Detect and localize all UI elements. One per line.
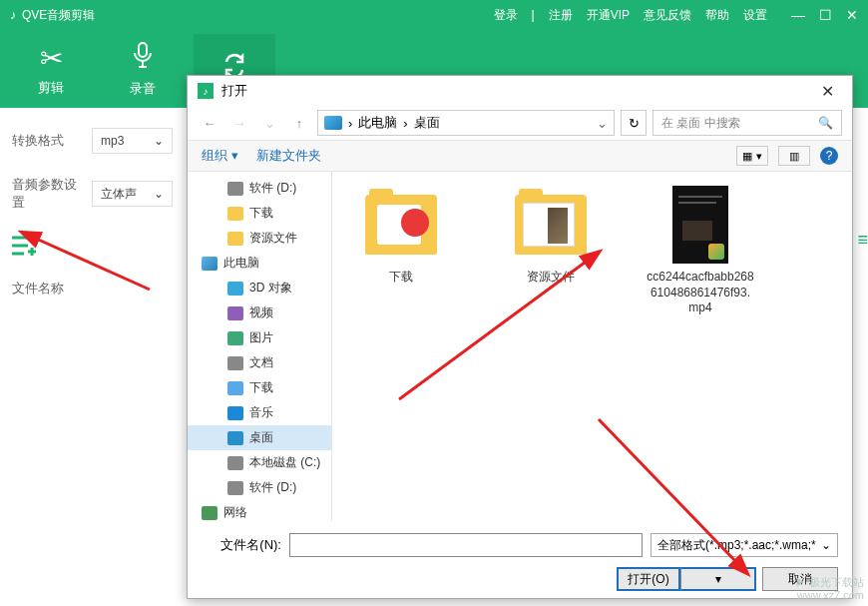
tree-item[interactable]: 软件 (D:)	[188, 176, 331, 201]
network-icon	[202, 506, 217, 520]
file-type-filter[interactable]: 全部格式(*.mp3;*.aac;*.wma;* ⌄	[651, 533, 838, 557]
down-icon	[227, 381, 243, 395]
tree-item[interactable]: 桌面	[188, 425, 331, 450]
tree-item-label: 软件 (D:)	[249, 479, 296, 496]
tree-item[interactable]: 文档	[188, 350, 331, 375]
separator: |	[532, 8, 535, 22]
tree-item[interactable]: 此电脑	[188, 251, 331, 276]
open-dropdown[interactable]: ▾	[680, 567, 756, 591]
tree-item[interactable]: 音乐	[188, 400, 331, 425]
recent-dropdown[interactable]: ⌄	[257, 111, 281, 135]
up-button[interactable]: ↑	[287, 111, 311, 135]
pc-icon	[324, 116, 342, 130]
search-icon: 🔍	[818, 116, 833, 130]
breadcrumb-item[interactable]: 桌面	[414, 114, 440, 132]
breadcrumb-item[interactable]: 此电脑	[358, 114, 397, 132]
maximize-icon[interactable]: ☐	[819, 7, 832, 23]
tree-item-label: 此电脑	[223, 255, 259, 272]
tree-item-label: 音乐	[249, 404, 273, 421]
app-title: QVE音频剪辑	[22, 7, 95, 24]
tree-item-label: 资源文件	[249, 230, 297, 247]
preview-button[interactable]: ▥	[778, 146, 810, 166]
refresh-button[interactable]: ↻	[621, 110, 647, 136]
settings-link[interactable]: 设置	[743, 7, 767, 24]
login-link[interactable]: 登录	[494, 7, 518, 24]
music-icon	[227, 406, 243, 420]
image-icon	[227, 331, 243, 345]
folder-icon	[227, 232, 243, 246]
file-list[interactable]: 下载 资源文件 cc6244cacfbabb268610486861476f93…	[332, 172, 852, 521]
tree-item-label: 下载	[249, 205, 273, 222]
folder-tree[interactable]: 软件 (D:)下载资源文件此电脑3D 对象视频图片文档下载音乐桌面本地磁盘 (C…	[188, 172, 332, 521]
minimize-icon[interactable]: —	[791, 7, 805, 23]
tree-item-label: 下载	[249, 379, 273, 396]
dialog-close-button[interactable]: ✕	[813, 82, 842, 101]
dialog-toolbar: 组织 ▾ 新建文件夹 ▦ ▾ ▥ ?	[188, 140, 852, 172]
tree-item-label: 桌面	[249, 429, 273, 446]
format-select[interactable]: mp3 ⌄	[92, 128, 173, 154]
video-file-item[interactable]: cc6244cacfbabb268610486861476f93.mp4	[646, 186, 755, 316]
cut-tool[interactable]: ✂ 剪辑	[10, 34, 92, 104]
tree-item[interactable]: 视频	[188, 301, 331, 325]
forward-button[interactable]: →	[227, 111, 251, 135]
breadcrumb[interactable]: › 此电脑 › 桌面 ⌄	[317, 110, 615, 136]
open-button[interactable]: 打开(O) ▾	[617, 567, 756, 591]
tree-item[interactable]: 下载	[188, 201, 331, 226]
tree-item[interactable]: 3D 对象	[188, 276, 331, 301]
chevron-down-icon: ⌄	[154, 134, 164, 148]
tree-item[interactable]: 软件 (D:)	[188, 475, 331, 500]
dialog-nav: ← → ⌄ ↑ › 此电脑 › 桌面 ⌄ ↻ 在 桌面 中搜索 🔍	[188, 106, 852, 140]
vip-link[interactable]: 开通VIP	[587, 7, 630, 24]
chevron-down-icon[interactable]: ⌄	[597, 116, 608, 131]
app-window: ♪ QVE音频剪辑 登录 | 注册 开通VIP 意见反馈 帮助 设置 — ☐ ✕…	[0, 0, 868, 606]
tree-item[interactable]: 本地磁盘 (C:)	[188, 450, 331, 475]
app-logo-icon: ♪	[10, 8, 16, 22]
organize-menu[interactable]: 组织 ▾	[202, 147, 238, 165]
tree-item[interactable]: 图片	[188, 325, 331, 350]
3d-icon	[227, 282, 243, 296]
tree-item-label: 视频	[249, 304, 273, 321]
folder-item[interactable]: 下载	[346, 186, 456, 286]
back-button[interactable]: ←	[198, 111, 221, 135]
filename-label: 文件名称	[12, 280, 173, 298]
drive-icon	[227, 182, 243, 196]
search-input[interactable]: 在 桌面 中搜索 🔍	[652, 110, 842, 136]
app-sidebar: 转换格式 mp3 ⌄ 音频参数设置 立体声 ⌄ 文件名称	[0, 108, 185, 606]
help-link[interactable]: 帮助	[705, 7, 729, 24]
video-icon	[227, 306, 243, 320]
pc-icon	[202, 257, 217, 271]
filename-input[interactable]	[289, 533, 643, 557]
new-folder-button[interactable]: 新建文件夹	[256, 147, 321, 165]
folder-item[interactable]: 资源文件	[496, 186, 606, 286]
dialog-title: 打开	[221, 82, 247, 100]
record-tool[interactable]: 录音	[102, 34, 184, 104]
dialog-bottom: 文件名(N): 全部格式(*.mp3;*.aac;*.wma;* ⌄ 打开(O)…	[188, 521, 852, 603]
params-select[interactable]: 立体声 ⌄	[92, 181, 173, 207]
params-label: 音频参数设置	[12, 176, 82, 212]
microphone-icon	[131, 41, 155, 76]
filename-field-label: 文件名(N):	[202, 536, 281, 554]
chevron-down-icon: ⌄	[154, 187, 164, 201]
tree-item-label: 文档	[249, 354, 273, 371]
view-mode-button[interactable]: ▦ ▾	[736, 146, 768, 166]
chevron-down-icon: ⌄	[821, 538, 831, 552]
file-open-dialog: ♪ 打开 ✕ ← → ⌄ ↑ › 此电脑 › 桌面 ⌄ ↻ 在 桌面 中搜索 🔍	[187, 75, 853, 599]
add-file-button[interactable]	[12, 234, 173, 262]
tree-item-label: 网络	[223, 504, 247, 521]
breadcrumb-sep: ›	[348, 116, 352, 131]
dialog-icon: ♪	[198, 83, 214, 99]
doc-icon	[227, 356, 243, 370]
tree-item[interactable]: 资源文件	[188, 226, 331, 251]
tree-item[interactable]: 下载	[188, 375, 331, 400]
tree-item[interactable]: 网络	[188, 500, 331, 521]
tree-item-label: 图片	[249, 329, 273, 346]
watermark: ▶ 极光下载站 www.xz7.com	[795, 576, 864, 602]
tree-item-label: 3D 对象	[249, 280, 292, 297]
svg-rect-0	[139, 43, 147, 57]
feedback-link[interactable]: 意见反馈	[644, 7, 691, 24]
register-link[interactable]: 注册	[549, 7, 573, 24]
help-button[interactable]: ?	[820, 147, 838, 165]
close-icon[interactable]: ✕	[846, 7, 858, 23]
format-label: 转换格式	[12, 132, 82, 150]
right-edge-icon[interactable]: ≡	[857, 230, 868, 251]
